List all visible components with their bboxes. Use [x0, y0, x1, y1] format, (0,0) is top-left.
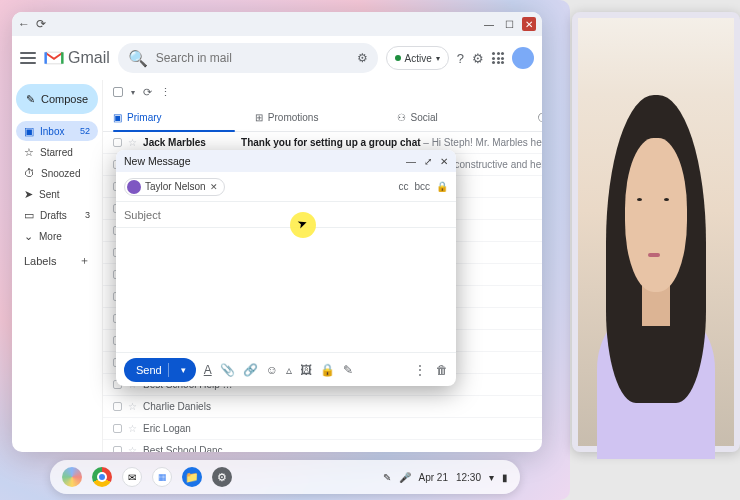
stylus-icon[interactable]: ✎	[383, 472, 391, 483]
people-icon: ⚇	[397, 112, 406, 123]
list-toolbar: ▾ ⟳ ⋮	[103, 80, 542, 104]
bcc-button[interactable]: bcc	[414, 181, 430, 192]
clock-icon: ⏱	[24, 167, 35, 179]
search-filter-icon[interactable]: ⚙	[357, 51, 368, 65]
drive-icon[interactable]: ▵	[286, 363, 292, 377]
sidebar-item-drafts[interactable]: ▭Drafts3	[16, 205, 98, 225]
remove-recipient-icon[interactable]: ✕	[210, 182, 218, 192]
sidebar-item-starred[interactable]: ☆Starred	[16, 142, 98, 162]
desktop-wallpaper: ← ⟳ — ☐ ✕ Gmail 🔍 ⚙	[0, 0, 570, 500]
sidebar-item-inbox[interactable]: ▣ Inbox 52	[16, 121, 98, 141]
more-icon[interactable]: ⋮	[160, 86, 171, 99]
apps-grid-icon[interactable]	[492, 52, 504, 64]
star-icon[interactable]: ☆	[128, 401, 137, 412]
reload-icon[interactable]: ⟳	[36, 17, 46, 31]
chevron-down-icon[interactable]: ▾	[131, 88, 135, 97]
subject-text: Thank you for setting up a group chat – …	[241, 137, 542, 148]
sidebar-item-sent[interactable]: ➤Sent	[16, 184, 98, 204]
subject-input[interactable]	[124, 209, 448, 221]
subject-row[interactable]	[116, 202, 456, 228]
settings-shelf-icon[interactable]: ⚙	[212, 467, 232, 487]
row-checkbox[interactable]	[113, 424, 122, 433]
expand-icon[interactable]: ⤢	[424, 156, 432, 167]
draft-icon: ▭	[24, 209, 34, 222]
sidebar-item-more[interactable]: ⌄More	[16, 226, 98, 246]
send-button[interactable]: Send ▾	[124, 358, 196, 382]
back-icon[interactable]: ←	[18, 17, 30, 31]
chevron-down-icon: ▾	[436, 54, 440, 63]
format-icon[interactable]: A	[204, 363, 212, 377]
attach-icon[interactable]: 📎	[220, 363, 235, 377]
gemini-icon[interactable]	[62, 467, 82, 487]
gmail-header: Gmail 🔍 ⚙ Active ▾ ? ⚙	[12, 36, 542, 80]
compose-header[interactable]: New Message — ⤢ ✕	[116, 150, 456, 172]
more-options-icon[interactable]: ⋮	[414, 363, 426, 377]
compose-button[interactable]: ✎ Compose	[16, 84, 98, 114]
close-button[interactable]: ✕	[522, 17, 536, 31]
gmail-shelf-icon[interactable]: ✉	[122, 467, 142, 487]
gmail-logo[interactable]: Gmail	[44, 49, 110, 67]
compose-body[interactable]	[116, 228, 456, 352]
message-row[interactable]: ☆Best School Dance Troupe	[103, 440, 542, 452]
row-checkbox[interactable]	[113, 446, 122, 452]
pencil-icon: ✎	[26, 93, 35, 106]
sender-name: Charlie Daniels	[143, 401, 235, 412]
mic-icon[interactable]: 🎤	[399, 472, 411, 483]
confidential-icon[interactable]: 🔒	[320, 363, 335, 377]
compose-title: New Message	[124, 155, 191, 167]
search-input[interactable]	[156, 51, 349, 65]
close-icon[interactable]: ✕	[440, 156, 448, 167]
minimize-button[interactable]: —	[482, 17, 496, 31]
wifi-icon: ▾	[489, 472, 494, 483]
discard-icon[interactable]: 🗑	[436, 363, 448, 377]
help-icon[interactable]: ?	[457, 51, 464, 66]
presenter-portrait	[578, 18, 734, 446]
chrome-icon[interactable]	[92, 467, 112, 487]
image-icon[interactable]: 🖼	[300, 363, 312, 377]
minimize-icon[interactable]: —	[406, 156, 416, 167]
link-icon[interactable]: 🔗	[243, 363, 258, 377]
settings-icon[interactable]: ⚙	[472, 51, 484, 66]
refresh-icon[interactable]: ⟳	[143, 86, 152, 99]
star-icon: ☆	[24, 146, 34, 159]
cursor-icon: ➤	[295, 216, 309, 233]
sidebar-item-snoozed[interactable]: ⏱Snoozed	[16, 163, 98, 183]
status-chip[interactable]: Active ▾	[386, 46, 449, 70]
star-icon[interactable]: ☆	[128, 445, 137, 452]
recipient-chip[interactable]: Taylor Nelson ✕	[124, 178, 225, 196]
message-row[interactable]: ☆Charlie Daniels	[103, 396, 542, 418]
search-bar[interactable]: 🔍 ⚙	[118, 43, 378, 73]
files-icon[interactable]: 📁	[182, 467, 202, 487]
tab-promotions[interactable]: ⊞Promotions	[245, 104, 387, 131]
maximize-button[interactable]: ☐	[502, 17, 516, 31]
tag-icon: ⊞	[255, 112, 263, 123]
signature-icon[interactable]: ✎	[343, 363, 353, 377]
recipient-name: Taylor Nelson	[145, 181, 206, 192]
account-avatar[interactable]	[512, 47, 534, 69]
inbox-icon: ▣	[24, 125, 34, 138]
window-titlebar: ← ⟳ — ☐ ✕	[12, 12, 542, 36]
hamburger-icon[interactable]	[20, 50, 36, 66]
row-checkbox[interactable]	[113, 138, 122, 147]
presenter-video	[572, 12, 740, 452]
status-tray[interactable]: ✎ 🎤 Apr 21 12:30 ▾ ▮	[383, 472, 509, 483]
message-row[interactable]: ☆Eric Logan	[103, 418, 542, 440]
compose-dialog: New Message — ⤢ ✕ Taylor Nelson ✕ cc bcc…	[116, 150, 456, 386]
tab-primary[interactable]: ▣Primary	[103, 104, 245, 131]
tab-social[interactable]: ⚇Social	[387, 104, 529, 131]
star-icon[interactable]: ☆	[128, 137, 137, 148]
row-checkbox[interactable]	[113, 402, 122, 411]
sender-name: Jack Marbles	[143, 137, 235, 148]
calendar-shelf-icon[interactable]: ▦	[152, 467, 172, 487]
emoji-icon[interactable]: ☺	[266, 363, 278, 377]
lock-icon[interactable]: 🔒	[436, 181, 448, 192]
send-more-icon[interactable]: ▾	[175, 365, 192, 375]
select-all-checkbox[interactable]	[113, 87, 123, 97]
star-icon[interactable]: ☆	[128, 423, 137, 434]
add-label-icon[interactable]: ＋	[79, 253, 90, 268]
battery-icon: ▮	[502, 472, 508, 483]
cc-button[interactable]: cc	[398, 181, 408, 192]
tab-updates[interactable]: ⓘUpdates	[528, 104, 542, 131]
recipients-row[interactable]: Taylor Nelson ✕ cc bcc 🔒	[116, 172, 456, 202]
sender-name: Best School Dance Troupe	[143, 445, 235, 452]
